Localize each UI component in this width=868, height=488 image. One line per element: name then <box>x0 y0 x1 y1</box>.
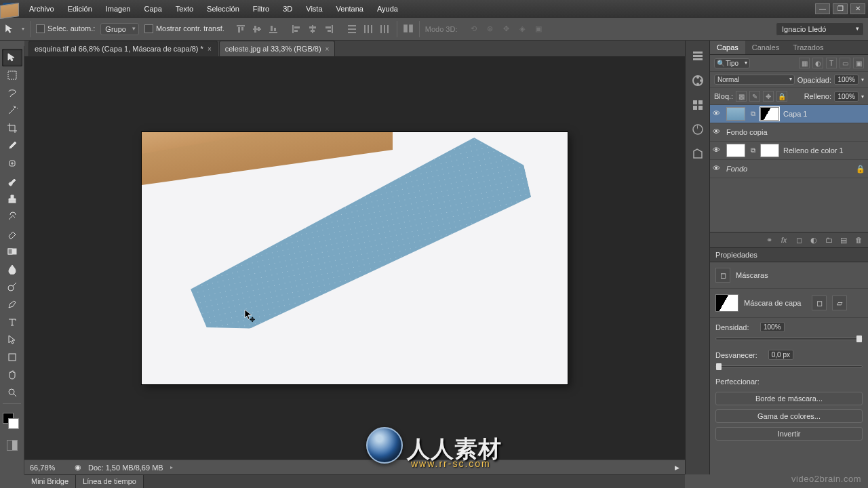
new-layer-icon[interactable]: ▤ <box>838 235 849 245</box>
color-swatches[interactable] <box>0 410 24 437</box>
pixel-mask-icon[interactable]: ◻ <box>812 296 827 310</box>
maximize-button[interactable]: ❐ <box>833 3 848 14</box>
opacity-input[interactable]: 100% <box>834 75 859 85</box>
zoom-tool[interactable] <box>2 384 22 401</box>
distribute-icon[interactable] <box>345 22 359 36</box>
link-layers-icon[interactable]: ⚭ <box>764 235 774 245</box>
history-panel-icon[interactable] <box>690 49 705 64</box>
distribute-icon[interactable] <box>361 22 375 36</box>
align-hcenter-icon[interactable] <box>306 22 319 36</box>
layer-name[interactable]: Capa 1 <box>783 110 865 118</box>
menu-item[interactable]: 3D <box>277 3 298 15</box>
trash-icon[interactable]: 🗑 <box>853 235 864 245</box>
history-brush-tool[interactable] <box>2 207 22 225</box>
crop-tool[interactable] <box>2 119 22 137</box>
density-input[interactable]: 100% <box>760 322 785 332</box>
menu-item[interactable]: Texto <box>170 3 199 15</box>
mask-preview-thumbnail[interactable] <box>715 294 738 312</box>
layer-thumbnail[interactable] <box>726 144 745 157</box>
menu-item[interactable]: Ventana <box>330 3 370 15</box>
filter-smart-icon[interactable]: ▣ <box>853 58 864 68</box>
layer-filter-kind[interactable]: 🔍Tipo <box>714 58 750 68</box>
color-panel-icon[interactable] <box>690 73 705 88</box>
feather-input[interactable]: 0,0 px <box>768 350 793 360</box>
styles-panel-icon[interactable] <box>690 146 705 161</box>
filter-pixel-icon[interactable]: ▦ <box>799 58 810 68</box>
stamp-tool[interactable] <box>2 190 22 207</box>
document-tab[interactable]: esquina.tif al 66,8% (Capa 1, Máscara de… <box>28 41 218 56</box>
canvas-viewport[interactable] <box>24 57 685 460</box>
close-button[interactable]: ✕ <box>850 3 865 14</box>
visibility-icon[interactable]: 👁 <box>713 146 722 155</box>
lock-all-icon[interactable]: 🔒 <box>776 91 787 102</box>
filter-type-icon[interactable]: T <box>826 58 837 68</box>
visibility-icon[interactable]: 👁 <box>713 164 722 174</box>
fill-input[interactable]: 100% <box>834 92 859 102</box>
align-bottom-icon[interactable] <box>267 22 280 36</box>
menu-item[interactable]: Selección <box>201 3 245 15</box>
tab-channels[interactable]: Canales <box>745 41 786 54</box>
tab-paths[interactable]: Trazados <box>786 41 830 54</box>
lock-transparency-icon[interactable]: ▩ <box>736 91 747 102</box>
tab-timeline[interactable]: Línea de tiempo <box>76 475 144 488</box>
path-select-tool[interactable] <box>2 331 22 348</box>
zoom-level[interactable]: 66,78% <box>30 464 68 472</box>
move-tool[interactable] <box>2 49 22 66</box>
mask-link-icon[interactable]: ⧉ <box>749 146 756 155</box>
adjustments-panel-icon[interactable] <box>690 122 705 137</box>
mask-thumbnail[interactable] <box>760 107 779 121</box>
swatches-panel-icon[interactable] <box>690 98 705 113</box>
blend-mode-dropdown[interactable]: Normal <box>714 75 795 85</box>
gradient-tool[interactable] <box>2 243 22 260</box>
menu-item[interactable]: Edición <box>62 3 98 15</box>
layer-name[interactable]: Relleno de color 1 <box>783 146 865 155</box>
align-top-icon[interactable] <box>234 22 248 36</box>
minimize-button[interactable]: — <box>815 3 830 14</box>
background-color[interactable] <box>8 418 19 429</box>
layer-name[interactable]: Fondo copia <box>726 128 865 136</box>
menu-item[interactable]: Vista <box>300 3 328 15</box>
layer-thumbnail[interactable] <box>0 3 19 19</box>
shape-tool[interactable] <box>2 348 22 366</box>
eraser-tool[interactable] <box>2 225 22 243</box>
fx-icon[interactable]: fx <box>778 235 789 245</box>
dodge-tool[interactable] <box>2 278 22 296</box>
mask-thumbnail[interactable] <box>760 144 779 157</box>
layer-thumbnail[interactable] <box>726 107 745 121</box>
menu-item[interactable]: Filtro <box>247 3 275 15</box>
layer-row[interactable]: 👁 Fondo 🔒 <box>710 160 868 178</box>
layer-name[interactable]: Fondo <box>726 165 852 173</box>
menu-item[interactable]: Ayuda <box>371 3 404 15</box>
mask-icon[interactable]: ◻ <box>793 235 804 245</box>
eyedropper-tool[interactable] <box>2 137 22 155</box>
auto-select-checkbox[interactable]: Selec. autom.: <box>36 24 95 34</box>
menu-item[interactable]: Capa <box>138 3 167 15</box>
adjustment-icon[interactable]: ◐ <box>808 235 819 245</box>
quick-mask-toggle[interactable] <box>7 440 18 451</box>
mask-edge-button[interactable]: Borde de máscara... <box>715 392 863 405</box>
auto-select-target-dropdown[interactable]: Grupo <box>100 23 139 35</box>
layer-row[interactable]: 👁 ⧉ Relleno de color 1 <box>710 142 868 160</box>
heal-tool[interactable] <box>2 155 22 172</box>
visibility-icon[interactable]: 👁 <box>713 127 722 137</box>
lock-paint-icon[interactable]: ✎ <box>749 91 760 102</box>
feather-slider[interactable] <box>715 365 863 368</box>
vector-mask-icon[interactable]: ▱ <box>832 296 847 310</box>
group-icon[interactable]: 🗀 <box>823 235 834 245</box>
mask-link-icon[interactable]: ⧉ <box>749 110 756 118</box>
show-transform-checkbox[interactable]: Mostrar contr. transf. <box>144 24 224 34</box>
layer-row[interactable]: 👁 Fondo copia <box>710 123 868 142</box>
menu-item[interactable]: Archivo <box>23 3 60 15</box>
type-tool[interactable] <box>2 313 22 331</box>
layer-row[interactable]: 👁 ⧉ Capa 1 <box>710 105 868 123</box>
visibility-icon[interactable]: 👁 <box>713 109 722 119</box>
filter-shape-icon[interactable]: ▭ <box>840 58 850 68</box>
lock-position-icon[interactable]: ✥ <box>763 91 774 102</box>
status-preview-icon[interactable]: ◉ <box>75 463 81 472</box>
align-left-icon[interactable] <box>290 22 303 36</box>
hand-tool[interactable] <box>2 366 22 384</box>
close-tab-icon[interactable]: × <box>208 45 212 53</box>
blur-tool[interactable] <box>2 260 22 278</box>
tab-layers[interactable]: Capas <box>710 41 745 54</box>
density-slider[interactable] <box>715 338 863 340</box>
